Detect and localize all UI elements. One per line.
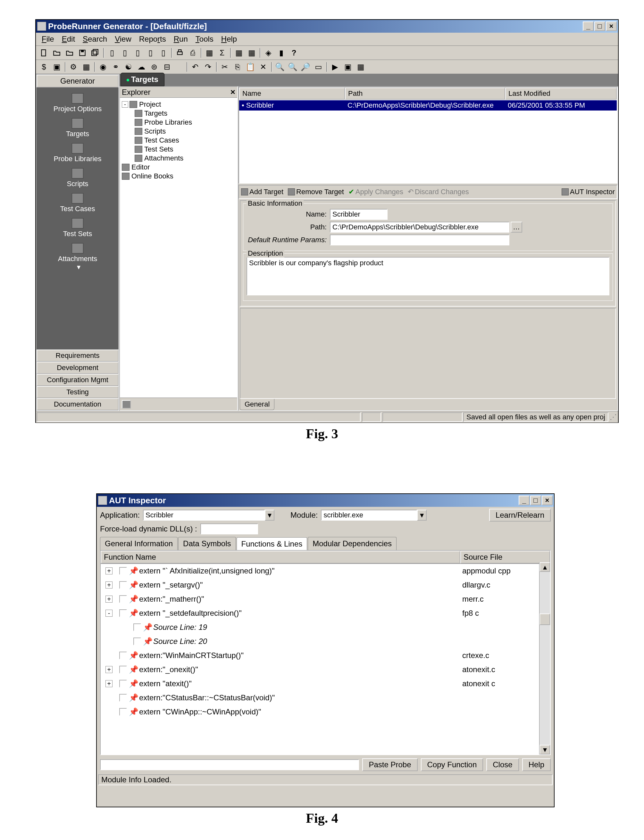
sidebar-item-project-options[interactable]: Project Options (54, 93, 102, 113)
help-icon[interactable]: ? (288, 47, 300, 59)
aut-inspector-button[interactable]: AUT Inspector (562, 188, 615, 196)
function-row[interactable]: +📌extern "atexit()"atonexit c (101, 676, 550, 691)
menu-tools[interactable]: Tools (192, 34, 217, 44)
function-row[interactable]: 📌extern "CWinApp::~CWinApp(void)" (101, 705, 550, 719)
tree-test-sets[interactable]: Test Sets (144, 145, 173, 154)
run1-icon[interactable]: ▶ (329, 61, 341, 73)
scroll-thumb[interactable] (539, 614, 550, 625)
checkbox[interactable] (119, 567, 127, 575)
expand-icon[interactable]: + (105, 596, 113, 603)
menu-reports[interactable]: Reports (136, 34, 169, 44)
sidebar-item-scripts[interactable]: Scripts (67, 168, 88, 188)
sidebar-item-test-sets[interactable]: Test Sets (63, 218, 92, 238)
page5-icon[interactable]: ▯ (157, 47, 169, 59)
form2-icon[interactable]: ▦ (246, 47, 258, 59)
cloud-icon[interactable]: ☁ (135, 61, 148, 73)
run3-icon[interactable]: ▦ (355, 61, 367, 73)
tree-test-cases[interactable]: Test Cases (144, 136, 179, 144)
menu-search[interactable]: Search (79, 34, 110, 44)
sidebar-config-mgmt[interactable]: Configuration Mgmt (36, 374, 118, 386)
help-button[interactable]: Help (522, 758, 551, 771)
function-row[interactable]: +📌extern:"_matherr()"merr.c (101, 592, 550, 606)
function-row[interactable]: 📌extern:"CStatusBar::~CStatusBar(void)" (101, 691, 550, 705)
add-target-button[interactable]: Add Target (241, 188, 283, 196)
block-icon[interactable]: ▦ (80, 61, 92, 73)
copy-icon[interactable]: ⎘ (232, 61, 244, 73)
new-icon[interactable] (38, 47, 50, 59)
sidebar-item-attachments[interactable]: Attachments ▾ (58, 243, 97, 271)
expand-icon[interactable]: + (105, 581, 113, 588)
calc-icon[interactable]: ▦ (203, 47, 215, 59)
path-input[interactable] (330, 222, 509, 233)
paste-probe-button[interactable]: Paste Probe (362, 758, 417, 771)
sidebar-testing[interactable]: Testing (36, 386, 118, 398)
gear1-icon[interactable]: ⚙ (67, 61, 79, 73)
form1-icon[interactable]: ▦ (233, 47, 245, 59)
tree-targets[interactable]: Targets (144, 109, 168, 118)
sidebar-item-test-cases[interactable]: Test Cases (60, 193, 95, 213)
menu-file[interactable]: File (38, 34, 58, 44)
page3-icon[interactable]: ▯ (131, 47, 144, 59)
tab-data-symbols[interactable]: Data Symbols (178, 537, 236, 550)
chart-icon[interactable]: ▮ (275, 47, 287, 59)
sidebar-documentation[interactable]: Documentation (36, 398, 118, 410)
checkbox[interactable] (119, 708, 127, 716)
expand-icon[interactable]: + (105, 666, 113, 673)
tree-scripts[interactable]: Scripts (144, 127, 166, 136)
checkbox[interactable] (133, 624, 141, 631)
function-row[interactable]: -📌extern "_setdefaultprecision()"fp8 c (101, 606, 550, 620)
menu-edit[interactable]: Edit (59, 34, 78, 44)
function-row[interactable]: 📌Source Line: 20 (101, 634, 550, 648)
tree-project[interactable]: Project (139, 100, 161, 109)
module-input[interactable] (321, 510, 417, 521)
checkbox[interactable] (119, 666, 127, 673)
menu-help[interactable]: Help (218, 34, 240, 44)
chevron-down-icon[interactable]: ▾ (265, 510, 274, 521)
tab-modular-deps[interactable]: Modular Dependencies (308, 537, 396, 550)
checkbox[interactable] (119, 652, 127, 659)
function-row[interactable]: +📌extern "` AfxInitialize(int,unsigned l… (101, 564, 550, 578)
tree-probe-libraries[interactable]: Probe Libraries (144, 118, 192, 126)
probe-input[interactable] (100, 759, 359, 770)
checkbox[interactable] (119, 694, 127, 702)
copy-function-button[interactable]: Copy Function (421, 758, 483, 771)
col-source-file[interactable]: Source File (460, 551, 550, 563)
chevron-down-icon[interactable]: ▾ (417, 510, 427, 521)
dollar-icon[interactable]: $ (38, 61, 50, 73)
tray-icon[interactable]: ⊟ (161, 61, 173, 73)
minimize-button[interactable]: _ (583, 21, 594, 31)
mark-icon[interactable]: ▭ (312, 61, 324, 73)
sigma-icon[interactable]: Σ (216, 47, 228, 59)
application-input[interactable] (143, 510, 265, 521)
tree-attachments[interactable]: Attachments (144, 154, 183, 162)
resize-grip[interactable]: ⋰ (608, 413, 618, 421)
remove-target-button[interactable]: Remove Target (288, 188, 344, 196)
run2-icon[interactable]: ▣ (342, 61, 354, 73)
expand-icon[interactable]: - (105, 610, 113, 617)
delete-icon[interactable]: ✕ (257, 61, 269, 73)
box-icon[interactable]: ▣ (51, 61, 63, 73)
page1-icon[interactable]: ▯ (106, 47, 118, 59)
checkbox[interactable] (119, 609, 127, 617)
find3-icon[interactable]: 🔎 (299, 61, 312, 73)
checkbox[interactable] (119, 581, 127, 589)
sidebar-item-targets[interactable]: Targets (66, 118, 89, 138)
dll-input[interactable] (200, 524, 258, 534)
module-combo[interactable]: ▾ (321, 510, 427, 521)
col-function-name[interactable]: Function Name (101, 551, 460, 563)
tab-general-info[interactable]: General Information (100, 537, 177, 550)
menu-run[interactable]: Run (171, 34, 191, 44)
books-icon[interactable]: ◈ (262, 47, 274, 59)
yy-icon[interactable]: ☯ (122, 61, 135, 73)
open-icon[interactable] (51, 47, 63, 59)
minimize-button[interactable]: _ (519, 496, 529, 505)
undo-icon[interactable]: ↶ (189, 61, 201, 73)
disk-icon[interactable]: ⊚ (148, 61, 160, 73)
expand-icon[interactable]: + (105, 567, 113, 575)
description-input[interactable]: Scribbler is our company's flagship prod… (246, 257, 610, 295)
close-button[interactable]: × (542, 496, 553, 505)
function-row[interactable]: +📌extern "_setargv()"dllargv.c (101, 578, 550, 592)
tree-online-books[interactable]: Online Books (131, 172, 173, 180)
redo-icon[interactable]: ↷ (202, 61, 214, 73)
sidebar-item-probe-libraries[interactable]: Probe Libraries (54, 143, 101, 163)
